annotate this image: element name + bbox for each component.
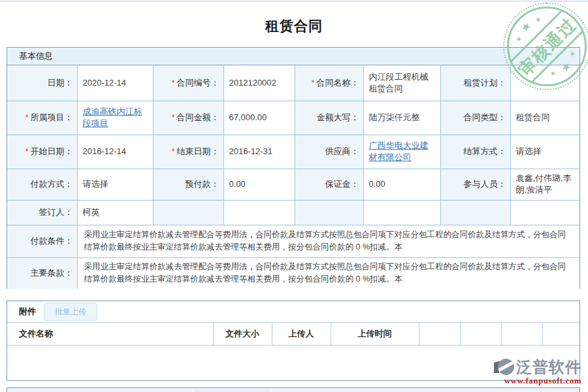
field-label: 日期： bbox=[7, 65, 77, 101]
field-value: 袁鑫,付伟璐,李朗,萤清平 bbox=[510, 169, 580, 200]
vendor-name: 泛普软件 bbox=[516, 359, 581, 375]
field-value: 2012120002 bbox=[223, 65, 295, 101]
contract-detail-page: 租赁合同 基本信息 日期： 2020-12-14 *合同编号： 20121200… bbox=[0, 0, 588, 392]
column-header-empty bbox=[501, 323, 542, 346]
attachments-header: 附件 批量上传 bbox=[7, 301, 580, 322]
table-row: *所属项目： 成渝高铁内江标段项目 *合同金额： 67,000.00 金额大写：… bbox=[7, 101, 580, 135]
column-header-empty bbox=[460, 323, 501, 346]
field-value: 67,000.00 bbox=[223, 101, 295, 135]
required-marker: * bbox=[172, 113, 175, 122]
field-label: 租赁计划： bbox=[440, 65, 510, 101]
column-header-uploadtime: 上传时间 bbox=[331, 323, 419, 346]
field-value bbox=[363, 200, 440, 225]
field-label: 金额大写： bbox=[295, 101, 363, 135]
table-row: 日期： 2020-12-14 *合同编号： 2012120002 *合同名称： … bbox=[7, 65, 580, 101]
basic-info-table: 日期： 2020-12-14 *合同编号： 2012120002 *合同名称： … bbox=[7, 65, 580, 289]
field-label: 签订人： bbox=[7, 200, 77, 225]
field-label: 结算方式： bbox=[440, 135, 510, 169]
column-header-uploader: 上传人 bbox=[272, 323, 331, 346]
column-header-filename: 文件名称 bbox=[7, 323, 213, 346]
top-strip bbox=[0, 0, 588, 2]
attachments-header-row: 文件名称 文件大小 上传人 上传时间 bbox=[7, 323, 580, 346]
field-value: 请选择 bbox=[510, 135, 580, 169]
column-header-filesize: 文件大小 bbox=[213, 323, 272, 346]
field-value: 请选择 bbox=[77, 169, 153, 200]
field-label: 主要条款： bbox=[7, 257, 77, 289]
field-value bbox=[510, 65, 580, 101]
field-label: 供应商： bbox=[295, 135, 363, 169]
field-label bbox=[153, 200, 223, 225]
table-row: 签订人： 柯英 bbox=[7, 200, 580, 225]
star-icon: ★ bbox=[515, 35, 523, 43]
field-value: 0.00 bbox=[223, 169, 295, 200]
field-value: 广西华电大业建材有限公司 bbox=[363, 135, 440, 169]
field-value bbox=[510, 200, 580, 225]
field-value: 0.00 bbox=[363, 169, 440, 200]
field-label: *所属项目： bbox=[7, 101, 77, 135]
required-marker: * bbox=[25, 113, 29, 122]
supplier-link[interactable]: 广西华电大业建材有限公司 bbox=[369, 140, 429, 162]
field-value: 内江段工程机械租赁合同 bbox=[363, 65, 440, 101]
field-value: 2016-12-31 bbox=[223, 135, 295, 169]
attachments-table: 文件名称 文件大小 上传人 上传时间 bbox=[7, 322, 580, 346]
required-marker: * bbox=[312, 78, 315, 88]
batch-upload-button[interactable]: 批量上传 bbox=[44, 303, 97, 321]
project-link[interactable]: 成渝高铁内江标段项目 bbox=[83, 106, 142, 128]
field-value: 2016-12-14 bbox=[77, 135, 153, 169]
field-label: *合同名称： bbox=[295, 65, 363, 101]
field-value: 陆万柒仟元整 bbox=[363, 101, 440, 135]
vendor-url: www.fanpusoft.com bbox=[498, 376, 581, 386]
field-label: 保证金： bbox=[295, 169, 363, 200]
table-row: 付款方式： 请选择 预付款： 0.00 保证金： 0.00 参与人员： 袁鑫,付… bbox=[7, 169, 580, 200]
basic-info-section: 基本信息 日期： 2020-12-14 *合同编号： 2012120002 *合… bbox=[7, 47, 580, 289]
vendor-logo-icon bbox=[498, 359, 514, 375]
field-label: 参与人员： bbox=[440, 169, 510, 200]
table-row: *开始日期： 2016-12-14 *结束日期： 2016-12-31 供应商：… bbox=[7, 135, 580, 169]
field-value: 成渝高铁内江标段项目 bbox=[77, 101, 153, 135]
vendor-watermark: 泛普软件 www.fanpusoft.com bbox=[498, 359, 581, 386]
field-value bbox=[223, 200, 295, 225]
required-marker: * bbox=[172, 78, 175, 88]
field-label: 合同类型： bbox=[440, 101, 510, 135]
field-label bbox=[295, 200, 363, 225]
field-label: 付款条件： bbox=[7, 225, 77, 257]
attachments-title: 附件 bbox=[19, 306, 36, 318]
page-title: 租赁合同 bbox=[0, 17, 588, 35]
field-value: 租赁合同 bbox=[510, 101, 580, 135]
field-label: *合同金额： bbox=[153, 101, 223, 135]
payment-terms-value: 采用业主审定结算价款减去管理配合等费用法，合同价款及结算方式按照总包合同项下对应… bbox=[77, 225, 580, 257]
field-label: 预付款： bbox=[153, 169, 223, 200]
required-marker: * bbox=[25, 147, 29, 156]
column-header-empty bbox=[542, 323, 580, 346]
required-marker: * bbox=[172, 147, 175, 156]
main-terms-value: 采用业主审定结算价款减去管理配合等费用法，合同价款及结算方式按照总包合同项下对应… bbox=[77, 257, 580, 289]
field-label: *结束日期： bbox=[153, 135, 223, 169]
field-label: 付款方式： bbox=[7, 169, 77, 200]
table-row: 付款条件： 采用业主审定结算价款减去管理配合等费用法，合同价款及结算方式按照总包… bbox=[7, 225, 580, 257]
field-label bbox=[440, 200, 510, 225]
field-value: 柯英 bbox=[77, 200, 153, 225]
basic-info-section-title: 基本信息 bbox=[7, 48, 580, 65]
field-label: *开始日期： bbox=[7, 135, 77, 169]
field-label: *合同编号： bbox=[153, 65, 223, 101]
field-value: 2020-12-14 bbox=[77, 65, 153, 101]
next-section-partial bbox=[7, 387, 580, 392]
column-header-empty bbox=[419, 323, 460, 346]
table-row: 主要条款： 采用业主审定结算价款减去管理配合等费用法，合同价款及结算方式按照总包… bbox=[7, 257, 580, 289]
